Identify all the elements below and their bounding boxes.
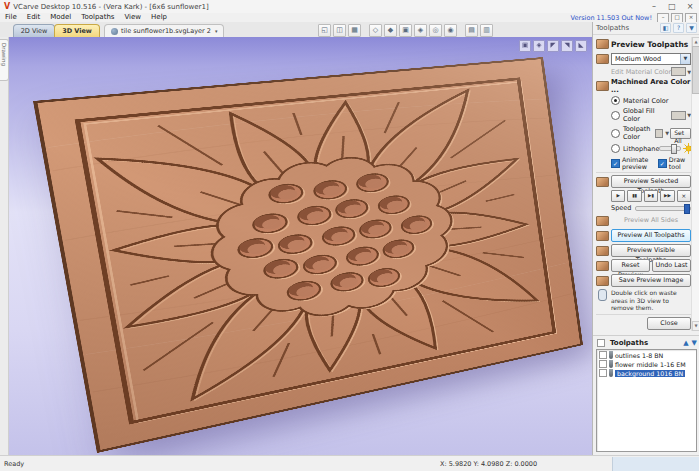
toolpath-list-panel: Toolpaths ▲ ▼ outlines 1-8 BN flower mid…: [593, 335, 699, 456]
maximize-button[interactable]: □: [663, 1, 681, 13]
toolpath-color-swatch[interactable]: [655, 129, 663, 138]
mdi-close-button[interactable]: ×: [685, 13, 697, 23]
tab-2d-view[interactable]: 2D View: [13, 24, 55, 37]
tab-svg-layer[interactable]: tile sunflower1b.svgLayer 2 ▾: [104, 24, 224, 37]
mdi-restore-button[interactable]: □: [671, 13, 683, 23]
grid-view-icon[interactable]: ▦: [348, 24, 361, 37]
material-setup-icon[interactable]: ◇: [369, 24, 382, 37]
iso-view-z-icon[interactable]: ◣: [575, 40, 587, 52]
multi-view-icon[interactable]: ◫: [333, 24, 346, 37]
split-horizontal-icon[interactable]: ▤: [465, 24, 478, 37]
sun-icon: [683, 143, 691, 154]
material-icon: [596, 54, 609, 64]
radio-global-fill-color[interactable]: [611, 111, 620, 120]
svg-layer-label: tile sunflower1b.svgLayer 2: [121, 25, 211, 37]
iso-view-y-icon[interactable]: ◥: [561, 40, 573, 52]
toolpath-row[interactable]: flower middle 1-16 EM: [598, 360, 695, 369]
lighting-icon[interactable]: ◆: [384, 24, 397, 37]
iso-view-x-icon[interactable]: ◤: [547, 40, 559, 52]
window-zoom-icon[interactable]: ◱: [318, 24, 331, 37]
material-select[interactable]: Medium Wood ▼: [611, 53, 691, 65]
toolpath-name[interactable]: outlines 1-8 BN: [615, 352, 663, 359]
move-up-icon[interactable]: ▲: [683, 339, 688, 347]
speed-slider[interactable]: [635, 206, 691, 211]
rotate-view-icon[interactable]: ◎: [429, 24, 442, 37]
reset-preview-button[interactable]: Reset Preview: [611, 259, 650, 272]
material-value: Medium Wood: [612, 55, 680, 63]
drawing-flyout-tab[interactable]: Drawing: [0, 39, 9, 81]
toolpath-drawing-icon[interactable]: ▣: [399, 24, 412, 37]
zoom-fit-icon[interactable]: ◈: [533, 40, 545, 52]
menu-file[interactable]: File: [0, 13, 22, 22]
toolpath-name[interactable]: flower middle 1-16 EM: [615, 361, 686, 368]
toolpath-visibility-checkbox[interactable]: [599, 351, 607, 359]
close-form-button[interactable]: Close: [647, 317, 691, 330]
toolpath-list-title: Toolpaths: [610, 339, 648, 347]
material-color-swatch[interactable]: [671, 67, 686, 76]
viewport-corner-toolbar: ▣ ◈ ◤ ◥ ◣: [519, 40, 587, 52]
close-button[interactable]: ×: [681, 1, 699, 13]
save-preview-image-button[interactable]: Save Preview Image: [611, 274, 691, 287]
toolpath-listbox[interactable]: outlines 1-8 BN flower middle 1-16 EM ba…: [596, 349, 697, 453]
preview-visible-toolpaths-button[interactable]: Preview Visible Toolpaths: [611, 244, 691, 257]
preview-all-toolpaths-button[interactable]: Preview All Toolpaths: [611, 229, 691, 242]
radio-toolpath-color[interactable]: [611, 129, 620, 138]
tab-3d-view[interactable]: 3D View: [54, 24, 100, 37]
pan-view-icon[interactable]: ◉: [444, 24, 457, 37]
toolpath-row[interactable]: outlines 1-8 BN: [598, 351, 695, 360]
radio-lithophane[interactable]: [611, 144, 620, 153]
menu-toolpaths[interactable]: Toolpaths: [76, 13, 119, 22]
drawing-tab-label: Drawing: [1, 43, 7, 66]
split-vertical-icon[interactable]: ▥: [480, 24, 493, 37]
form-scrollbar[interactable]: ▲ ▼: [691, 37, 699, 331]
global-fill-color-swatch[interactable]: [671, 111, 686, 120]
scroll-down-icon[interactable]: ▼: [692, 321, 699, 331]
menu-edit[interactable]: Edit: [22, 13, 46, 22]
move-down-icon[interactable]: ▼: [692, 339, 697, 347]
menu-view[interactable]: View: [119, 13, 146, 22]
mouse-icon: [598, 289, 607, 301]
lithophane-slider[interactable]: [659, 146, 680, 151]
viewport-3d[interactable]: ▣ ◈ ◤ ◥ ◣: [9, 37, 592, 455]
speed-slider-thumb[interactable]: [684, 204, 690, 214]
draw-tool-label: Draw tool: [669, 156, 687, 170]
save-preview-image-icon: [596, 276, 609, 286]
save-view-icon[interactable]: ▣: [519, 40, 531, 52]
version-upgrade-link[interactable]: Version 11.503 Out Now!: [571, 14, 652, 22]
left-flyout-strip: Drawing: [0, 37, 9, 455]
chevron-down-icon: ▾: [215, 25, 218, 37]
toolpath-row[interactable]: background 1016 BN: [598, 369, 695, 378]
view-toolbar: ◱ ◫ ▦ ◇ ◆ ▣ ◈ ◎ ◉ ▤ ▥: [318, 24, 493, 36]
preview-selected-icon: [596, 177, 609, 187]
menu-help[interactable]: Help: [146, 13, 172, 22]
toolpaths-checkbox[interactable]: [597, 339, 605, 347]
minimize-button[interactable]: –: [645, 1, 663, 13]
toolpath-visibility-checkbox[interactable]: [599, 369, 607, 377]
status-progress-area: [612, 457, 699, 471]
scrollbar-thumb[interactable]: [692, 46, 699, 94]
pin-panel-icon[interactable]: ▼: [686, 23, 697, 33]
undo-last-button[interactable]: Undo Last: [652, 259, 691, 272]
dock-panel-icon[interactable]: ◧: [660, 23, 671, 33]
mdi-minimize-button[interactable]: –: [657, 13, 669, 23]
status-coordinates: X: 5.9820 Y: 4.0980 Z: 0.0000: [440, 460, 550, 468]
play-button[interactable]: ▶: [611, 190, 625, 202]
set-all-button[interactable]: Set All: [670, 128, 691, 139]
panel-caption-title: Toolpaths: [596, 24, 629, 32]
toolpath-name-selected[interactable]: background 1016 BN: [615, 370, 685, 377]
help-icon[interactable]: ?: [673, 23, 684, 33]
lithophane-slider-thumb[interactable]: [671, 144, 677, 154]
radio-material-color[interactable]: [611, 96, 620, 105]
solid-preview-icon[interactable]: ◈: [414, 24, 427, 37]
preview-selected-toolpath-button[interactable]: Preview Selected Toolpath: [611, 175, 691, 188]
draw-tool-checkbox[interactable]: ✓: [658, 159, 667, 168]
stop-button[interactable]: ×: [677, 190, 691, 202]
chevron-down-icon: ▼: [665, 130, 669, 136]
status-ready: Ready: [0, 460, 124, 468]
pause-button[interactable]: ▮▮: [627, 190, 641, 202]
animate-preview-checkbox[interactable]: ✓: [611, 159, 620, 168]
fast-forward-button[interactable]: ▶▶: [660, 190, 674, 202]
menu-model[interactable]: Model: [45, 13, 76, 22]
toolpath-visibility-checkbox[interactable]: [599, 360, 607, 368]
step-button[interactable]: ▶▮: [644, 190, 658, 202]
